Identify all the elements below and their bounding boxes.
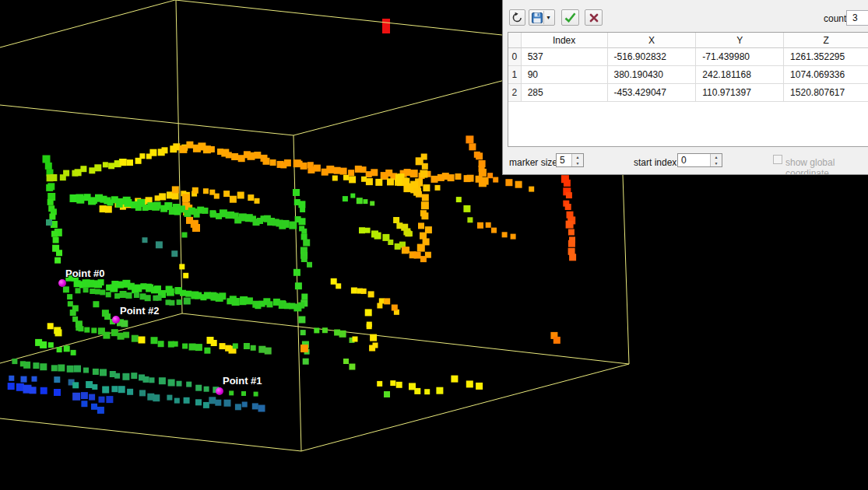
confirm-button[interactable] [561, 9, 579, 26]
save-split-divider [543, 11, 544, 24]
marker-size-spin-buttons[interactable]: ▲ ▼ [571, 154, 583, 166]
spin-down-icon[interactable]: ▼ [572, 160, 583, 166]
table-header-row: Index X Y Z [508, 33, 868, 48]
cell-y[interactable]: 110.971397 [696, 84, 784, 102]
picked-point-marker [112, 316, 120, 324]
row-number: 2 [508, 84, 522, 102]
start-index-label: start index [634, 157, 676, 168]
cross-icon [589, 13, 599, 23]
cell-index[interactable]: 537 [522, 48, 608, 66]
column-header-z[interactable]: Z [784, 33, 868, 48]
cell-y[interactable]: 242.181168 [696, 66, 784, 84]
delete-button[interactable] [585, 9, 603, 26]
cell-x[interactable]: -516.902832 [608, 48, 697, 66]
point-cloud-viewer-window: Point #0Point #2Point #1 ▼ [0, 0, 868, 490]
spin-up-icon[interactable]: ▲ [572, 154, 583, 160]
picked-point-marker [58, 279, 66, 287]
table-row[interactable]: 1 90 380.190430 242.181168 1074.069336 [508, 66, 868, 84]
row-number: 1 [508, 66, 522, 84]
undo-arrow-icon [511, 12, 523, 23]
picked-point-label: Point #1 [223, 375, 262, 387]
marker-size-label: marker size [509, 157, 557, 168]
marker-size-value[interactable]: 5 [557, 154, 571, 166]
cell-z[interactable]: 1520.807617 [784, 84, 868, 102]
cell-x[interactable]: -453.429047 [608, 84, 697, 102]
picked-points-table[interactable]: Index X Y Z 0 537 -516.902832 -71.439980… [508, 32, 868, 147]
start-index-spinner[interactable]: 0 ▲ ▼ [677, 153, 722, 167]
cell-z[interactable]: 1261.352295 [784, 48, 868, 66]
check-icon [564, 12, 576, 23]
cell-index[interactable]: 285 [522, 84, 608, 102]
floppy-disk-icon [532, 12, 543, 23]
count-value: 3 [846, 10, 868, 26]
spin-down-icon[interactable]: ▼ [711, 160, 722, 166]
cell-index[interactable]: 90 [522, 66, 608, 84]
spin-up-icon[interactable]: ▲ [711, 154, 722, 160]
table-row[interactable]: 0 537 -516.902832 -71.439980 1261.352295 [508, 48, 868, 66]
table-row[interactable]: 2 285 -453.429047 110.971397 1520.807617 [508, 84, 868, 102]
show-global-coordinates-checkbox[interactable] [773, 155, 782, 164]
marker-size-spinner[interactable]: 5 ▲ ▼ [556, 153, 584, 167]
start-index-value[interactable]: 0 [678, 154, 710, 166]
save-button[interactable]: ▼ [529, 9, 555, 26]
column-header-index[interactable]: Index [522, 33, 608, 48]
picked-point-marker [216, 387, 223, 395]
row-number: 0 [508, 48, 522, 66]
start-index-spin-buttons[interactable]: ▲ ▼ [710, 154, 722, 166]
reset-view-button[interactable] [509, 9, 525, 26]
save-dropdown-arrow[interactable]: ▼ [545, 15, 553, 20]
row-number-header [508, 33, 522, 48]
cell-z[interactable]: 1074.069336 [784, 66, 868, 84]
picked-point-label: Point #2 [120, 305, 160, 317]
picked-point-label: Point #0 [65, 268, 105, 279]
column-header-x[interactable]: X [608, 33, 697, 48]
cell-y[interactable]: -71.439980 [696, 48, 784, 66]
point-picking-panel: ▼ count 3 Index X Y Z 0 537 [502, 0, 868, 175]
column-header-y[interactable]: Y [696, 33, 784, 48]
cell-x[interactable]: 380.190430 [608, 66, 697, 84]
show-global-coordinates-label: show global coordinate [785, 157, 868, 175]
count-label: count [824, 13, 846, 24]
